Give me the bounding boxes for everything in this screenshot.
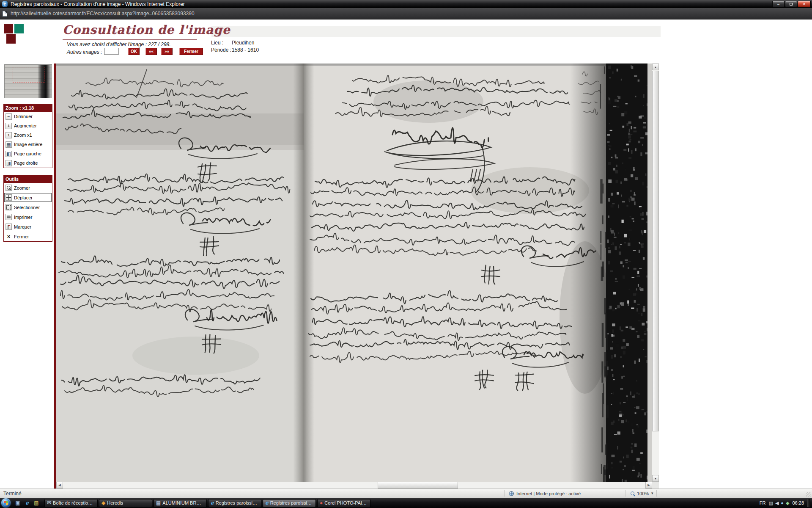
close-button[interactable]: × <box>798 1 811 7</box>
horizontal-scrollbar[interactable]: ◀ ▶ <box>56 482 652 489</box>
sidebar-item-label: Fermer <box>14 234 29 239</box>
lieu-label: Lieu : <box>211 40 223 46</box>
sidebar-item-marquer[interactable]: Marquer <box>4 222 52 232</box>
vertical-scroll-thumb[interactable] <box>652 71 659 431</box>
sidebar-item-deplacer[interactable]: Déplacer <box>4 193 52 202</box>
horizontal-scroll-thumb[interactable] <box>378 482 458 489</box>
sidebar-item-page-droite[interactable]: Page droite <box>4 158 52 168</box>
printer-icon <box>5 214 12 220</box>
zoom-out-icon <box>5 113 12 120</box>
ie-icon: e <box>211 500 214 505</box>
show-desktop-sliver[interactable] <box>807 499 810 507</box>
maximize-button[interactable] <box>785 1 797 7</box>
status-divider <box>625 490 625 497</box>
zoom-in-icon <box>5 123 12 129</box>
taskbar-button-registres-paroissiau[interactable]: eRegistres paroissiau... <box>208 499 261 507</box>
page-title: Consultation de l'image <box>63 23 230 37</box>
periode-value: 1588 - 1610 <box>232 47 259 53</box>
taskbar-button-label: Registres paroissiau... <box>216 500 259 505</box>
sidebar-item-label: Zoomer <box>14 185 30 190</box>
sidebar-item-augmenter[interactable]: Augmenter <box>4 121 52 130</box>
security-zone-segment: Internet | Mode protégé : activé <box>509 489 581 498</box>
windows-flag-icon <box>4 501 8 505</box>
display-icon[interactable]: ▤ <box>768 501 773 505</box>
autres-images-label: Autres images : <box>67 49 102 55</box>
magnifier-icon <box>630 491 635 496</box>
quick-launch-folder-icon[interactable]: ▨ <box>33 499 40 507</box>
sidebar-item-label: Marquer <box>14 224 31 229</box>
taskbar-button-registres-paroissiau[interactable]: eRegistres paroissiau... <box>263 499 316 507</box>
network-icon[interactable]: ● <box>781 501 784 505</box>
chosen-image-text: Vous avez choisi d'afficher l'image : 22… <box>67 41 171 47</box>
resize-grip <box>806 492 811 497</box>
next-image-button[interactable]: »» <box>161 48 173 55</box>
quick-launch-area: ▣e▨ <box>14 499 40 507</box>
sidebar-item-label: Imprimer <box>14 215 32 220</box>
scroll-left-arrow-icon[interactable]: ◀ <box>56 482 63 489</box>
ok-button[interactable]: OK <box>128 48 140 55</box>
quick-launch-ie-icon[interactable]: e <box>23 499 31 507</box>
taskbar-button-corel-photo-pain[interactable]: ●Corel PHOTO-PAIN... <box>317 499 370 507</box>
sidebar-item-label: Déplacer <box>14 195 33 200</box>
sidebar-item-zoom-x1[interactable]: Zoom x1 <box>4 130 52 140</box>
status-bar: Terminé Internet | Mode protégé : activé… <box>0 489 812 498</box>
status-divider <box>504 490 505 497</box>
taskbar-button-heredis[interactable]: ◆Heredis <box>99 499 152 507</box>
url-text[interactable]: http://sallevirtuelle.cotesdarmor.fr/EC/… <box>11 11 195 17</box>
previous-image-button[interactable]: «« <box>145 48 157 55</box>
sidebar-item-page-gauche[interactable]: Page gauche <box>4 149 52 158</box>
clock[interactable]: 06:28 <box>792 500 804 505</box>
scroll-right-arrow-icon[interactable]: ▶ <box>645 482 652 489</box>
start-button[interactable] <box>1 498 11 508</box>
language-indicator[interactable]: FR <box>760 500 766 505</box>
image-number-input[interactable] <box>104 48 119 55</box>
viewer-accent-strip <box>54 64 56 489</box>
quick-launch-window-icon[interactable]: ▣ <box>14 499 22 507</box>
taskbar-button-boite-de-reception[interactable]: ✉Boîte de réception - ... <box>44 499 98 507</box>
zoom-panel: Zoom : x1.18 DiminuerAugmenterZoom x1Ima… <box>3 104 52 168</box>
manuscript-scan[interactable] <box>56 64 652 482</box>
browser-window: e Registres paroissiaux - Consultation d… <box>0 0 812 508</box>
minimize-button[interactable]: – <box>772 1 785 7</box>
scroll-up-arrow-icon[interactable]: ▲ <box>652 64 659 70</box>
site-logo-square <box>4 24 13 33</box>
header-band <box>211 26 661 37</box>
title-underline <box>63 39 197 40</box>
volume-icon[interactable]: ◀ <box>775 501 779 505</box>
corel-icon: ● <box>320 500 323 505</box>
zoom-control[interactable]: 100% ▼ <box>630 489 654 498</box>
taskbar-button-aluminium-brut[interactable]: ▤ALUMINIUM BRUT ... <box>154 499 207 507</box>
full-image-icon <box>5 141 12 148</box>
book-binding-edge <box>600 64 650 482</box>
move-icon <box>5 194 12 201</box>
taskbar-button-label: ALUMINIUM BRUT ... <box>162 500 204 505</box>
sidebar-item-image-entiere[interactable]: Image entière <box>4 140 52 149</box>
taskbar-button-label: Registres paroissiau... <box>270 500 313 505</box>
sidebar-item-label: Sélectionner <box>14 205 40 210</box>
sidebar-item-selectionner[interactable]: Sélectionner <box>4 202 52 212</box>
navigation-thumbnail[interactable] <box>4 64 52 98</box>
tools-panel: Outils ZoomerDéplacerSélectionnerImprime… <box>3 175 52 242</box>
sidebar-item-diminuer[interactable]: Diminuer <box>4 112 52 121</box>
sidebar-item-imprimer[interactable]: Imprimer <box>4 212 52 222</box>
sidebar-item-label: Diminuer <box>14 114 33 119</box>
page-left-icon <box>5 151 12 157</box>
fermer-button[interactable]: Fermer <box>179 48 203 55</box>
shield-icon[interactable]: ◆ <box>786 501 789 505</box>
vertical-scrollbar[interactable]: ▲ ▼ <box>652 64 659 482</box>
close-icon: × <box>803 2 805 6</box>
window-controls: – × <box>772 1 811 7</box>
thumbnail-selection-rect[interactable] <box>13 67 44 83</box>
taskbar-buttons: ✉Boîte de réception - ...◆Heredis▤ALUMIN… <box>44 499 370 507</box>
system-tray: FR ▤◀●◆ 06:28 <box>760 499 812 507</box>
globe-icon <box>509 491 514 496</box>
scrollbar-corner <box>652 482 659 489</box>
taskbar-button-label: Corel PHOTO-PAIN... <box>324 500 368 505</box>
sidebar-item-fermer[interactable]: Fermer <box>4 232 52 241</box>
security-zone-text: Internet | Mode protégé : activé <box>516 491 581 496</box>
scroll-down-arrow-icon[interactable]: ▼ <box>652 475 659 482</box>
taskbar: ▣e▨ ✉Boîte de réception - ...◆Heredis▤AL… <box>0 498 812 508</box>
select-icon <box>5 204 12 210</box>
sidebar-item-zoomer[interactable]: Zoomer <box>4 183 52 193</box>
taskbar-button-label: Heredis <box>107 500 123 505</box>
